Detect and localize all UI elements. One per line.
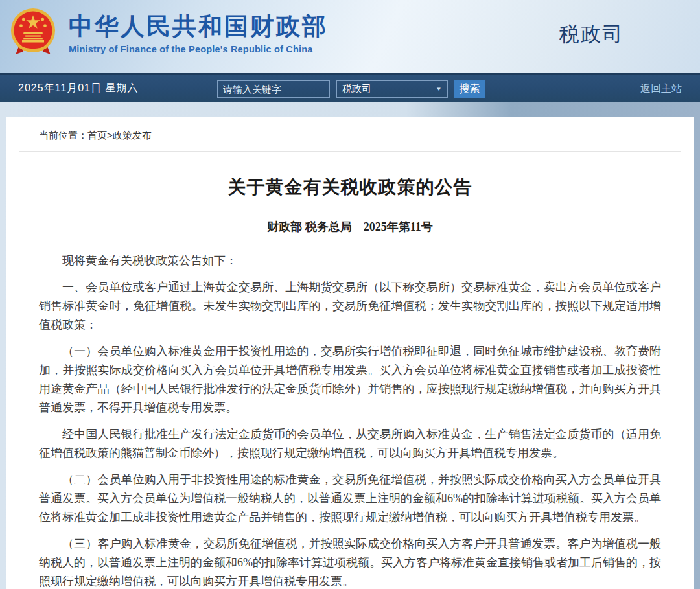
article-paragraph: （二）会员单位购入用于非投资性用途的标准黄金，交易所免征增值税，并按照实际成交价…: [39, 470, 661, 527]
content-panel: 当前位置：首页>政策发布 关于黄金有关税收政策的公告 财政部 税务总局 2025…: [6, 117, 694, 589]
breadcrumb-separator: >: [107, 130, 113, 141]
search-button[interactable]: 搜索: [454, 80, 485, 98]
article-issuer-line: 财政部 税务总局 2025年第11号: [39, 219, 661, 235]
breadcrumb-home-link[interactable]: 首页: [88, 130, 107, 141]
national-emblem-icon: [9, 6, 57, 58]
navbar: 2025年11月01日 星期六 税政司 ▼ 搜索 返回主站: [0, 73, 700, 102]
category-selected-value: 税政司: [342, 83, 371, 95]
brand-text: 中华人民共和国财政部 Ministry of Finance of the Pe…: [69, 10, 328, 54]
page-background: 当前位置：首页>政策发布 关于黄金有关税收政策的公告 财政部 税务总局 2025…: [0, 102, 700, 589]
article-body: 现将黄金有关税收政策公告如下： 一、会员单位或客户通过上海黄金交易所、上海期货交…: [39, 251, 661, 589]
article: 关于黄金有关税收政策的公告 财政部 税务总局 2025年第11号 现将黄金有关税…: [6, 152, 694, 589]
search-input[interactable]: [217, 80, 330, 98]
breadcrumb-label: 当前位置：: [39, 130, 88, 141]
article-paragraph: 经中国人民银行批准生产发行法定金质货币的会员单位，从交易所购入标准黄金，生产销售…: [39, 425, 661, 463]
site-header: 中华人民共和国财政部 Ministry of Finance of the Pe…: [0, 0, 700, 73]
article-paragraph: （三）客户购入标准黄金，交易所免征增值税，并按照实际成交价格向买入方客户开具普通…: [39, 535, 661, 589]
chevron-down-icon: ▼: [436, 86, 442, 92]
brand: 中华人民共和国财政部 Ministry of Finance of the Pe…: [9, 6, 328, 58]
article-title: 关于黄金有关税收政策的公告: [39, 175, 661, 200]
department-title: 税政司: [559, 21, 624, 48]
site-subtitle-english: Ministry of Finance of the People's Repu…: [69, 44, 328, 54]
site-title: 中华人民共和国财政部: [69, 13, 328, 40]
article-paragraph: 现将黄金有关税收政策公告如下：: [39, 251, 661, 270]
breadcrumb-section-link[interactable]: 政策发布: [113, 130, 152, 141]
breadcrumb: 当前位置：首页>政策发布: [19, 117, 681, 152]
category-select[interactable]: 税政司 ▼: [336, 80, 448, 98]
article-paragraph: （一）会员单位购入标准黄金用于投资性用途的，交易所实行增值税即征即退，同时免征城…: [39, 342, 661, 417]
back-to-main-site-link[interactable]: 返回主站: [640, 82, 682, 96]
current-date: 2025年11月01日 星期六: [18, 82, 138, 95]
article-paragraph: 一、会员单位或客户通过上海黄金交易所、上海期货交易所（以下称交易所）交易标准黄金…: [39, 278, 661, 334]
